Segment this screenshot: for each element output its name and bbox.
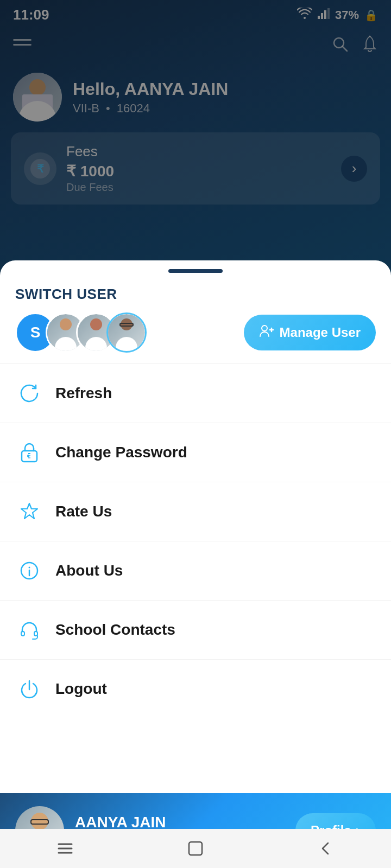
svg-rect-24 [34,631,37,636]
menu-list: Refresh Change Password [0,364,391,793]
svg-rect-29 [189,842,202,855]
user-avatars-list: S [15,312,137,353]
menu-item-rate-us[interactable]: Rate Us [0,482,391,541]
menu-item-change-password[interactable]: Change Password [0,423,391,482]
menu-item-refresh[interactable]: Refresh [0,364,391,423]
overlay-dim [0,0,391,304]
sheet-handle [168,269,223,273]
change-password-label: Change Password [55,444,187,461]
about-us-label: About Us [55,562,123,579]
lock-icon [15,438,43,467]
back-button[interactable] [310,832,342,865]
android-nav-bar [0,829,391,868]
manage-user-label: Manage User [280,325,361,340]
logout-label: Logout [55,680,107,698]
switch-user-section: SWITCH USER S [0,277,391,364]
switch-user-row: S [15,312,376,353]
menu-item-logout[interactable]: Logout [0,660,391,718]
headset-icon [15,616,43,644]
recents-button[interactable] [49,832,81,865]
star-icon [15,497,43,526]
menu-item-school-contacts[interactable]: School Contacts [0,601,391,660]
power-icon [15,675,43,703]
menu-item-about-us[interactable]: About Us [0,541,391,601]
svg-marker-19 [21,503,37,519]
svg-point-21 [29,567,30,569]
svg-rect-23 [21,631,24,636]
switch-user-title: SWITCH USER [15,286,376,303]
home-button[interactable] [179,832,212,865]
manage-user-icon [259,323,274,342]
refresh-label: Refresh [55,385,112,402]
svg-point-11 [262,326,267,331]
bottom-sheet: SWITCH USER S [0,260,391,868]
refresh-icon [15,379,43,407]
rate-us-label: Rate Us [55,503,112,520]
user-avatar-4-active[interactable] [106,312,147,353]
info-icon [15,557,43,585]
school-contacts-label: School Contacts [55,621,175,639]
manage-user-button[interactable]: Manage User [244,315,376,350]
sheet-handle-area [0,260,391,277]
